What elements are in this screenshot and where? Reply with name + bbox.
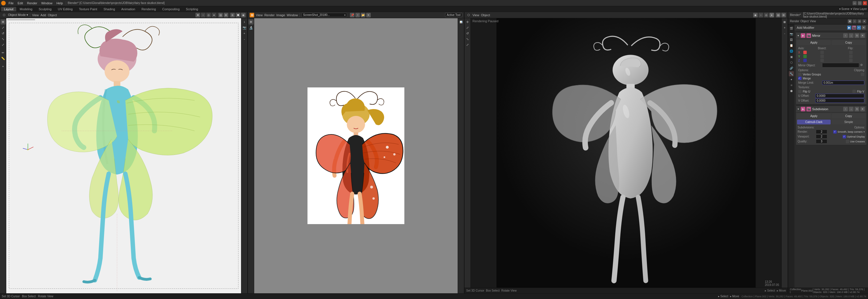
flip-v-checkbox[interactable] [852, 90, 856, 93]
3d-tool-move[interactable]: ⤢ [465, 25, 470, 30]
shading-wire-icon[interactable]: ○ [201, 13, 206, 18]
flip-y-checkbox[interactable] [849, 55, 852, 58]
menu-edit[interactable]: Edit [17, 1, 24, 5]
img-tool-sample[interactable]: 🔬 [248, 25, 254, 30]
sidebar-render-icon[interactable]: 📷 [789, 31, 794, 36]
vp-object[interactable]: Object [48, 13, 57, 17]
mirror-move-down-icon[interactable]: ↓ [849, 33, 854, 38]
optimal-display-checkbox[interactable]: ✓ [843, 135, 846, 138]
subdiv-delete-icon[interactable]: ✕ [860, 107, 865, 111]
flip-u-checkbox[interactable] [798, 90, 802, 93]
3d-shading-wire[interactable]: ○ [758, 13, 763, 18]
sidebar-particles-icon[interactable]: ✦ [789, 77, 794, 82]
img-view[interactable]: View [256, 13, 263, 17]
tab-layout[interactable]: Layout [1, 7, 16, 11]
tab-animation[interactable]: Animation [119, 7, 138, 11]
icon-mod-x[interactable]: ✕ [862, 26, 866, 30]
select-info[interactable]: Box Select [486, 289, 500, 292]
3d-shading-solid[interactable]: ◉ [753, 13, 758, 18]
vp-add[interactable]: Add [40, 13, 46, 17]
tab-shading[interactable]: Shading [101, 7, 118, 11]
3d-object-btn[interactable]: Object [481, 13, 490, 17]
move-label[interactable]: ▸ Move [777, 289, 786, 292]
status-box-select[interactable]: Box Select [22, 295, 36, 298]
merge-checkbox[interactable]: ✓ [798, 76, 802, 80]
menu-window[interactable]: Window [40, 1, 54, 5]
img-close-icon[interactable]: ✕ [366, 13, 371, 18]
subdiv-apply-btn[interactable]: Apply [797, 113, 831, 119]
sidebar-mesh-icon[interactable]: ⬡ [789, 60, 794, 65]
subdiv-copy-btn[interactable]: Copy [832, 113, 865, 119]
viewport-3d-area[interactable]: Rendering Paused [471, 18, 781, 288]
sidebar-physics-icon[interactable]: ⚛ [789, 82, 794, 88]
image-type-icon[interactable]: 🖼 [250, 13, 254, 18]
img-tool-cursor[interactable]: ✛ [248, 20, 254, 25]
sidebar-world-icon[interactable]: 🌐 [789, 48, 794, 54]
sidebar-object-icon[interactable]: ▣ [789, 54, 794, 59]
smooth-keep-checkbox[interactable]: ✓ [833, 130, 837, 134]
props-icon4[interactable]: ● [862, 20, 866, 23]
3d-view-btn[interactable]: View [472, 13, 479, 17]
mirror-object-field[interactable] [822, 63, 859, 67]
maximize-btn[interactable]: □ [858, 1, 862, 5]
v-offset-field[interactable]: 0.0000 [815, 99, 864, 103]
tab-compositing[interactable]: Compositing [159, 7, 182, 11]
tool-measure[interactable]: 📏 [1, 56, 6, 61]
axis-y-checkbox[interactable] [803, 55, 807, 58]
bisect-z-checkbox[interactable] [820, 59, 824, 62]
menu-help[interactable]: Help [55, 1, 64, 5]
select-label[interactable]: ▸ Select [765, 289, 775, 292]
shading-material-icon[interactable]: ◎ [206, 13, 211, 18]
img-pin-icon[interactable]: 📌 [350, 13, 354, 18]
filename-arrow[interactable]: ▾ [344, 14, 346, 16]
tool-scale[interactable]: ⤡ [1, 36, 6, 41]
3d-shading-render[interactable]: ● [769, 13, 774, 18]
status-rotate-view[interactable]: Rotate View [38, 295, 53, 298]
icon-mod-extra[interactable]: + [857, 26, 861, 30]
tab-uv-editing[interactable]: UV Editing [55, 7, 75, 11]
proportional-edit-icon[interactable]: ◉ [241, 13, 246, 18]
props-icon2[interactable]: ○ [852, 20, 857, 23]
props-render-menu[interactable]: Render [790, 20, 799, 23]
sidebar-output-icon[interactable]: 🖼 [789, 37, 794, 42]
shading-solid-icon[interactable]: ◉ [195, 13, 200, 18]
view-zoom-out-icon[interactable]: - [242, 36, 247, 41]
bisect-y-checkbox[interactable] [820, 55, 824, 58]
use-creases-checkbox[interactable] [846, 140, 849, 143]
vertex-groups-checkbox[interactable] [798, 73, 802, 76]
sidebar-constraints-icon[interactable]: 🔗 [789, 66, 794, 71]
rotate-info[interactable]: Rotate View [501, 289, 517, 292]
subdiv-move-down-icon[interactable]: ↓ [849, 107, 854, 111]
tool-move[interactable]: ⤢ [1, 25, 6, 30]
props-icon3[interactable]: ◎ [858, 20, 862, 23]
flip-x-checkbox[interactable] [849, 51, 852, 54]
shading-render-icon[interactable]: ● [212, 13, 216, 18]
sidebar-material-icon[interactable]: ⬟ [789, 88, 794, 93]
tool-add[interactable]: + [1, 64, 6, 69]
mirror-apply-btn[interactable]: Apply [797, 40, 831, 45]
3d-tool-transform[interactable]: ⤢ [465, 42, 470, 47]
3d-numpad-icon[interactable]: ▦ [782, 20, 787, 25]
bisect-x-checkbox[interactable] [820, 51, 824, 54]
props-view-menu[interactable]: View [810, 20, 816, 23]
xray-icon[interactable]: ⊞ [224, 13, 228, 18]
sidebar-view-layer-icon[interactable]: 📋 [789, 43, 794, 48]
img-render[interactable]: Render [265, 13, 275, 17]
tab-texture-paint[interactable]: Texture Paint [76, 7, 100, 11]
flip-z-checkbox[interactable] [849, 59, 852, 62]
scene-selector[interactable]: ▾ Scene [839, 7, 849, 10]
3d-overlay[interactable]: ▤ [776, 13, 780, 18]
snap-icon[interactable]: 🔲 [236, 13, 240, 18]
simple-btn[interactable]: Simple [832, 120, 865, 125]
mirror-expand-icon[interactable]: ▾ [798, 34, 799, 37]
view-zoom-in-icon[interactable]: + [242, 31, 247, 36]
axis-z-checkbox[interactable] [803, 59, 807, 62]
icon-render-mod[interactable]: 🎬 [852, 26, 856, 30]
image-viewer-area[interactable] [254, 18, 458, 293]
subdiv-copy-header-icon[interactable]: ⎘ [855, 107, 859, 111]
subdiv-move-up-icon[interactable]: ↑ [843, 107, 848, 111]
mirror-delete-icon[interactable]: ✕ [860, 33, 865, 38]
view-camera-icon[interactable]: 📷 [242, 25, 247, 30]
view-numpad-icon[interactable]: 1 [242, 20, 247, 25]
viewport-value-field[interactable]: 2 [816, 134, 827, 139]
